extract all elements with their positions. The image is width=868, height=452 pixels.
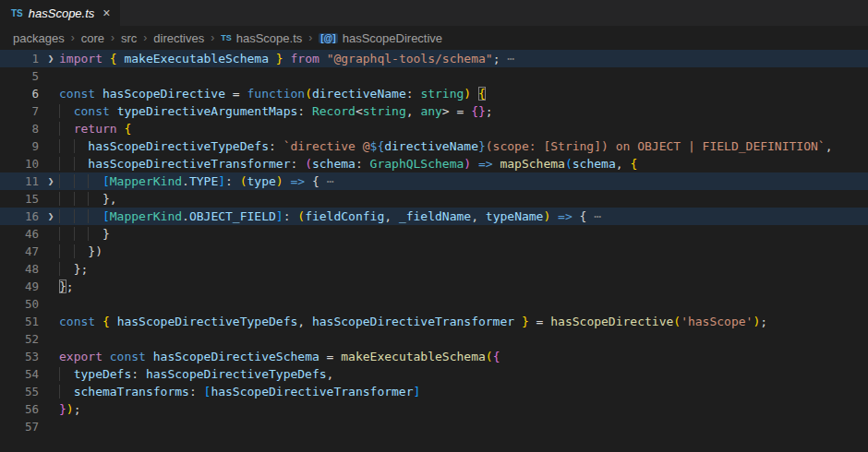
line-number: 55 [0,383,42,400]
fold-chevron-icon[interactable]: ❯ [42,172,59,190]
code-token: hasScopeDirectiveSchema [153,350,319,363]
line-row[interactable]: 52 [0,330,868,348]
line-row[interactable]: 7 const typeDirectiveArgumentMaps: Recor… [0,102,868,120]
code-token: > = [442,104,471,118]
line-row[interactable]: 1❯import { makeExecutableSchema } from "… [0,50,868,67]
line-row[interactable]: 9 hasScopeDirectiveTypeDefs: `directive … [0,137,868,155]
symbol-variable-icon: [@] [319,33,337,43]
code-line[interactable]: const typeDirectiveArgumentMaps: Record<… [59,102,868,120]
fold-spacer [42,313,59,330]
code-line[interactable]: }; [59,260,868,278]
code-token: typeName [486,209,544,223]
fold-chevron-icon[interactable]: ❯ [42,208,59,225]
fold-spacer [42,137,59,155]
code-line[interactable]: [MapperKind.OBJECT_FIELD]: (fieldConfig,… [59,208,868,225]
code-line[interactable]: import { makeExecutableSchema } from "@g… [59,50,868,67]
code-line[interactable]: }); [59,400,868,418]
code-token [59,209,74,223]
line-row[interactable]: 47 }) [0,243,868,260]
code-token: }; [74,262,89,276]
line-row[interactable]: 15 }, [0,190,868,208]
fold-spacer [42,155,59,172]
code-line[interactable]: const { hasScopeDirectiveTypeDefs, hasSc… [59,313,868,330]
code-editor[interactable]: 1❯import { makeExecutableSchema } from "… [0,50,868,452]
code-token: : [406,87,421,101]
code-token: { [630,157,637,171]
line-number: 47 [0,243,42,260]
code-token: { [124,122,131,136]
line-number: 57 [0,418,42,435]
code-line[interactable] [59,330,868,348]
line-row[interactable]: 50 [0,295,868,313]
code-token: ] [218,174,225,188]
code-token [269,52,276,65]
fold-chevron-icon[interactable]: ❯ [42,50,59,67]
code-line[interactable] [59,295,868,313]
code-line[interactable]: }; [59,278,868,295]
line-row[interactable]: 48 }; [0,260,868,278]
code-token: : [290,157,305,171]
line-row[interactable]: 5 [0,67,868,85]
code-token: GraphQLSchema [370,157,464,171]
line-row[interactable]: 49}; [0,278,868,295]
line-row[interactable]: 10 hasScopeDirectiveTransformer: (schema… [0,155,868,172]
code-token: _fieldName [399,209,471,223]
code-token [550,209,558,223]
code-token: { [478,87,486,101]
code-line[interactable]: hasScopeDirectiveTypeDefs: `directive @$… [59,137,868,155]
breadcrumb-item-directives[interactable]: directives [153,31,204,45]
code-line[interactable]: export const hasScopeDirectiveSchema = m… [59,348,868,365]
code-token: } [522,315,529,328]
fold-spacer [42,190,59,208]
code-token [59,174,74,188]
tab-title: hasScope.ts [29,6,95,20]
code-line[interactable]: }) [59,243,868,260]
line-number: 5 [0,67,42,85]
code-token [59,385,74,398]
code-token: const [110,350,146,363]
code-line[interactable]: }, [59,190,868,208]
code-token: { [110,52,117,65]
code-token [319,52,327,65]
code-line[interactable]: schemaTransforms: [hasScopeDirectiveTran… [59,383,868,400]
code-token: { [493,350,500,363]
code-line[interactable]: [MapperKind.TYPE]: (type) => { ⋯ [59,172,868,190]
line-row[interactable]: 53export const hasScopeDirectiveSchema =… [0,348,868,365]
code-token: < [356,104,363,118]
breadcrumb-item-packages[interactable]: packages [13,31,65,45]
breadcrumb-item-core[interactable]: core [81,31,104,45]
code-token [471,157,478,171]
code-token: hasScopeDirectiveTransformer [88,157,290,171]
code-line[interactable]: typeDefs: hasScopeDirectiveTypeDefs, [59,365,868,383]
line-row[interactable]: 54 typeDefs: hasScopeDirectiveTypeDefs, [0,365,868,383]
code-line[interactable]: hasScopeDirectiveTransformer: (schema: G… [59,155,868,172]
code-token: ) [464,87,471,101]
code-line[interactable] [59,67,868,85]
tab-hasscope[interactable]: TS hasScope.ts × [0,0,120,26]
line-row[interactable]: 46 } [0,225,868,243]
line-row[interactable]: 56}); [0,400,868,418]
line-row[interactable]: 16❯ [MapperKind.OBJECT_FIELD]: (fieldCon… [0,208,868,225]
breadcrumb-item-src[interactable]: src [121,31,137,45]
line-row[interactable]: 6const hasScopeDirective = function(dire… [0,85,868,102]
code-line[interactable]: } [59,225,868,243]
line-row[interactable]: 55 schemaTransforms: [hasScopeDirectiveT… [0,383,868,400]
code-token: ( [240,174,247,188]
tab-bar: TS hasScope.ts × [0,0,868,26]
code-line[interactable]: return { [59,120,868,137]
line-row[interactable]: 57 [0,418,868,435]
breadcrumb-item-symbol[interactable]: [@]hasScopeDirective [319,31,442,45]
code-line[interactable]: const hasScopeDirective = function(direc… [59,85,868,102]
code-token: ; [486,104,493,118]
code-token [110,315,117,328]
close-icon[interactable]: × [102,6,110,19]
line-row[interactable]: 51const { hasScopeDirectiveTypeDefs, has… [0,313,868,330]
code-token: schema [573,157,616,171]
breadcrumb-item-file[interactable]: TShasScope.ts [221,31,302,45]
code-line[interactable] [59,418,868,435]
line-row[interactable]: 8 return { [0,120,868,137]
code-token: import [59,52,110,65]
line-row[interactable]: 11❯ [MapperKind.TYPE]: (type) => { ⋯ [0,172,868,190]
code-token: ( [297,209,305,223]
code-token: const [59,87,95,101]
